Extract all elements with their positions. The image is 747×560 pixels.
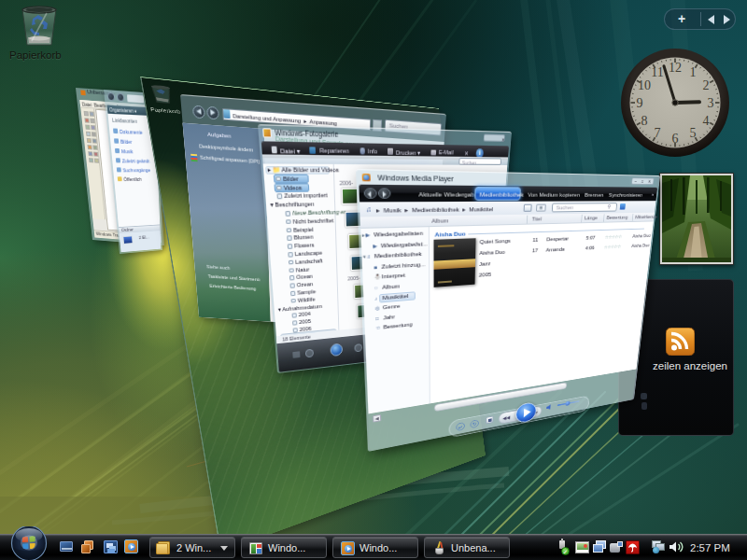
svg-text:11: 11 bbox=[651, 65, 663, 79]
svg-text:9: 9 bbox=[637, 96, 643, 110]
svg-text:7: 7 bbox=[655, 126, 661, 140]
svg-text:8: 8 bbox=[641, 114, 648, 128]
svg-text:1: 1 bbox=[690, 65, 697, 79]
svg-text:12: 12 bbox=[669, 61, 682, 75]
svg-text:4: 4 bbox=[702, 114, 709, 128]
svg-text:5: 5 bbox=[690, 126, 697, 140]
svg-text:2: 2 bbox=[702, 78, 709, 92]
svg-text:10: 10 bbox=[638, 78, 651, 92]
svg-text:6: 6 bbox=[672, 132, 679, 146]
svg-text:3: 3 bbox=[708, 96, 714, 110]
